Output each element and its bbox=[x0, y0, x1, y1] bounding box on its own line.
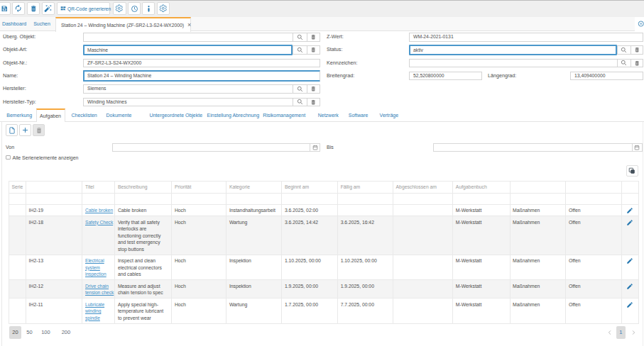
col-header-faellig-am[interactable]: Fällig am bbox=[338, 182, 393, 194]
edit-icon[interactable] bbox=[626, 257, 633, 264]
task-link[interactable]: Drive chain tension check bbox=[85, 284, 114, 296]
col-header-aufgabenbuch[interactable]: Aufgabenbuch bbox=[453, 182, 510, 194]
subtab-netzwerk[interactable]: Netzwerk bbox=[318, 108, 339, 122]
hersteller-typ-input[interactable]: Winding Machines bbox=[83, 98, 293, 107]
tab-close-icon[interactable]: × bbox=[187, 21, 191, 28]
settings2-button[interactable] bbox=[157, 2, 170, 15]
subtab-bemerkung[interactable]: Bemerkung bbox=[6, 108, 32, 122]
tab-station-active[interactable]: Station 24 – Winding Machine (ZF-SR2-L3-… bbox=[55, 17, 191, 32]
wand-button[interactable] bbox=[42, 2, 55, 15]
settings-button[interactable] bbox=[113, 2, 126, 15]
subtab-dokumente[interactable]: Dokumente bbox=[107, 108, 132, 122]
new-task-button[interactable] bbox=[6, 124, 18, 136]
filter-cell[interactable] bbox=[82, 193, 115, 205]
subtab-untergeordnete-objekte[interactable]: Untergeordnete Objekte bbox=[149, 108, 202, 122]
filter-cell[interactable] bbox=[172, 193, 227, 205]
page-size-200[interactable]: 200 bbox=[62, 326, 71, 339]
subtab-vertraege[interactable]: Verträge bbox=[380, 108, 398, 122]
von-date-input[interactable] bbox=[112, 143, 310, 152]
col-header-beginnt-am[interactable]: Beginnt am bbox=[282, 182, 338, 194]
filter-cell[interactable] bbox=[26, 193, 82, 205]
delete-task-button[interactable] bbox=[33, 124, 45, 136]
table-row[interactable]: IH2-19 Cable broken Cable broken Hoch In… bbox=[9, 205, 639, 216]
search-button[interactable] bbox=[293, 98, 307, 107]
clear-button[interactable] bbox=[307, 45, 321, 55]
col-header-empty[interactable] bbox=[510, 182, 566, 194]
filter-cell[interactable] bbox=[9, 193, 26, 205]
status-input[interactable]: aktiv bbox=[409, 45, 617, 56]
filter-cell[interactable] bbox=[227, 193, 282, 205]
col-header-kategorie[interactable]: Kategorie bbox=[227, 182, 282, 194]
objekt-art-input[interactable]: Maschine bbox=[83, 45, 293, 56]
next-page-icon[interactable] bbox=[631, 330, 636, 335]
page-size-100[interactable]: 100 bbox=[41, 326, 50, 339]
breitengrad-input[interactable]: 52,520800000 bbox=[409, 72, 482, 81]
tab-dashboard[interactable]: Dashboard bbox=[0, 17, 28, 31]
edit-icon[interactable] bbox=[626, 283, 633, 290]
page-size-20[interactable]: 20 bbox=[9, 326, 21, 339]
filter-cell[interactable] bbox=[282, 193, 338, 205]
objekt-nr-input[interactable]: ZF-SR2-L3-S24-WX2000 bbox=[83, 59, 320, 68]
close-all-tabs-icon[interactable] bbox=[635, 17, 644, 31]
kennzeichen-input[interactable] bbox=[409, 59, 617, 68]
save-button[interactable] bbox=[0, 2, 11, 15]
filter-cell[interactable] bbox=[338, 193, 393, 205]
calendar-icon[interactable] bbox=[632, 143, 643, 152]
filter-cell[interactable] bbox=[453, 193, 510, 205]
export-button[interactable] bbox=[626, 165, 638, 177]
subtab-aufgaben[interactable]: Aufgaben bbox=[36, 108, 65, 123]
name-input[interactable]: Station 24 – Winding Machine bbox=[83, 70, 320, 82]
col-header-id[interactable] bbox=[26, 182, 82, 194]
qr-code-button[interactable]: QR-Code generieren bbox=[57, 2, 110, 15]
col-header-abgeschlossen-am[interactable]: Abgeschlossen am bbox=[393, 182, 453, 194]
edit-icon[interactable] bbox=[626, 219, 633, 226]
delete-button[interactable] bbox=[27, 2, 40, 15]
task-link[interactable]: Electrical system inspection bbox=[85, 258, 107, 277]
hersteller-input[interactable]: Siemens bbox=[83, 84, 293, 94]
col-header-titel[interactable]: Titel bbox=[82, 182, 115, 194]
current-page[interactable]: 1 bbox=[616, 326, 626, 339]
history-button[interactable] bbox=[128, 2, 141, 15]
subtab-einstellung-abrechnung[interactable]: Einstellung Abrechnung bbox=[207, 108, 260, 122]
serienelemente-checkbox[interactable] bbox=[6, 155, 11, 160]
clear-button[interactable] bbox=[307, 98, 321, 107]
col-header-prioritaet[interactable]: Priorität bbox=[172, 182, 227, 194]
search-button[interactable] bbox=[617, 59, 631, 68]
filter-cell[interactable] bbox=[566, 193, 622, 205]
task-link[interactable]: Safety Check bbox=[85, 220, 113, 225]
filter-cell[interactable] bbox=[510, 193, 566, 205]
col-header-empty[interactable] bbox=[621, 182, 638, 194]
z-wert-input[interactable]: WM-24-2021-0131 bbox=[409, 33, 643, 42]
clear-button[interactable] bbox=[307, 33, 321, 42]
search-button[interactable] bbox=[293, 84, 307, 94]
task-link[interactable]: Lubricate winding spindle bbox=[85, 302, 104, 320]
search-button[interactable] bbox=[617, 45, 631, 55]
uebergeordnetes-objekt-input[interactable] bbox=[83, 33, 293, 42]
page-size-50[interactable]: 50 bbox=[26, 326, 32, 339]
table-row[interactable]: IH2-12 Drive chain tension check Measure… bbox=[9, 280, 639, 298]
col-header-empty[interactable] bbox=[566, 182, 622, 194]
subtab-risikomanagement[interactable]: Risikomanagement bbox=[263, 108, 305, 122]
subtab-checklisten[interactable]: Checklisten bbox=[72, 108, 97, 122]
table-row[interactable]: IH2-18 Safety Check Verify that all safe… bbox=[9, 216, 639, 255]
table-row[interactable]: IH2-11 Lubricate winding spindle Apply s… bbox=[9, 298, 639, 324]
table-row[interactable]: IH2-13 Electrical system inspection Insp… bbox=[9, 255, 639, 280]
prev-page-icon[interactable] bbox=[607, 330, 613, 335]
col-header-serie[interactable]: Serie bbox=[9, 182, 26, 194]
clear-button[interactable] bbox=[631, 59, 644, 68]
filter-cell[interactable] bbox=[115, 193, 172, 205]
filter-cell[interactable] bbox=[621, 193, 638, 205]
subtab-software[interactable]: Software bbox=[349, 108, 369, 122]
calendar-icon[interactable] bbox=[310, 143, 321, 152]
col-header-beschreibung[interactable]: Beschreibung bbox=[115, 182, 172, 194]
clear-button[interactable] bbox=[307, 84, 321, 94]
clear-button[interactable] bbox=[631, 45, 644, 55]
refresh-button[interactable] bbox=[12, 2, 25, 15]
tab-suchen[interactable]: Suchen bbox=[28, 17, 55, 31]
filter-cell[interactable] bbox=[393, 193, 453, 205]
edit-icon[interactable] bbox=[626, 207, 633, 214]
edit-icon[interactable] bbox=[626, 301, 633, 308]
info-button[interactable] bbox=[142, 2, 155, 15]
add-task-button[interactable] bbox=[19, 124, 31, 136]
search-button[interactable] bbox=[293, 33, 307, 42]
